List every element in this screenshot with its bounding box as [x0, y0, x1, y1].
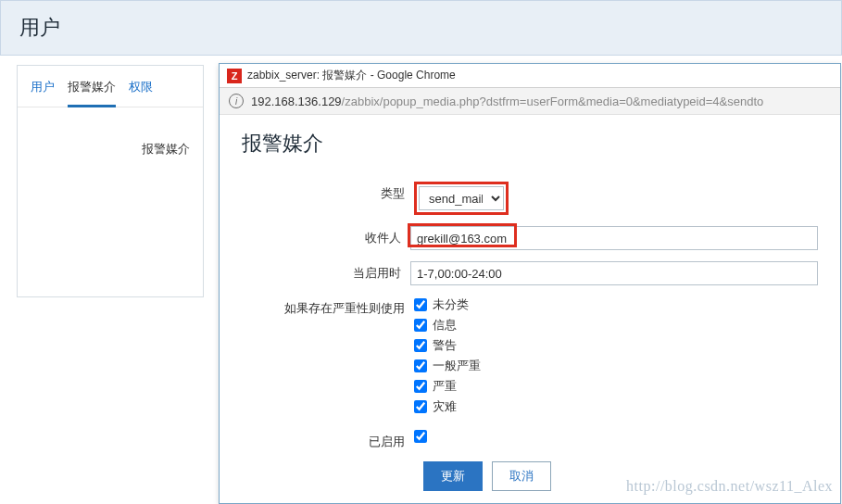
severity-item[interactable]: 未分类: [414, 296, 818, 313]
tab-media[interactable]: 报警媒介: [68, 75, 116, 107]
severity-item[interactable]: 信息: [414, 317, 818, 334]
url-host: 192.168.136.129: [251, 94, 342, 108]
severity-label: 如果存在严重性则使用: [242, 296, 414, 317]
row-when: 当启用时: [242, 261, 818, 285]
watermark: http://blog.csdn.net/wsz11_Alex: [626, 478, 833, 495]
tabs-box: 用户 报警媒介 权限 报警媒介: [17, 65, 204, 297]
row-recipient: 收件人: [242, 226, 818, 250]
zabbix-icon: Z: [227, 69, 242, 83]
recipient-label: 收件人: [242, 226, 410, 246]
severity-item[interactable]: 灾难: [414, 398, 818, 415]
severity-checkbox[interactable]: [414, 319, 427, 332]
popup-titlebar: Z zabbix_server: 报警媒介 - Google Chrome: [220, 64, 840, 88]
when-label: 当启用时: [242, 261, 410, 282]
tab-perm[interactable]: 权限: [129, 75, 153, 107]
row-type: 类型 send_mail: [242, 182, 818, 215]
cancel-button[interactable]: 取消: [492, 461, 551, 491]
popup-title: zabbix_server: 报警媒介 - Google Chrome: [247, 68, 456, 83]
row-severity: 如果存在严重性则使用 未分类 信息 警告 一般严重 严重 灾难: [242, 296, 818, 419]
url-path: /zabbix/popup_media.php?dstfrm=userForm&…: [342, 94, 764, 108]
update-button[interactable]: 更新: [423, 461, 483, 491]
enabled-checkbox[interactable]: [414, 430, 427, 443]
address-bar[interactable]: i 192.168.136.129/zabbix/popup_media.php…: [220, 88, 840, 115]
enabled-label: 已启用: [242, 430, 414, 450]
type-select[interactable]: send_mail: [419, 186, 504, 210]
page-title: 用户: [19, 14, 823, 42]
tabs-row: 用户 报警媒介 权限: [18, 66, 203, 107]
severity-item[interactable]: 一般严重: [414, 358, 818, 374]
severity-checkbox[interactable]: [414, 400, 427, 413]
severity-item[interactable]: 严重: [414, 378, 818, 395]
type-label: 类型: [242, 182, 414, 202]
url-text: 192.168.136.129/zabbix/popup_media.php?d…: [251, 94, 763, 108]
severity-checkbox[interactable]: [414, 339, 427, 352]
severity-item[interactable]: 警告: [414, 337, 818, 354]
severity-list: 未分类 信息 警告 一般严重 严重 灾难: [414, 296, 818, 419]
info-icon[interactable]: i: [229, 94, 244, 108]
popup-body: 报警媒介 类型 send_mail 收件人 当启用时: [220, 115, 840, 504]
severity-checkbox[interactable]: [414, 298, 427, 311]
tab-user[interactable]: 用户: [31, 75, 55, 107]
popup-window: Z zabbix_server: 报警媒介 - Google Chrome i …: [219, 63, 841, 504]
severity-checkbox[interactable]: [414, 359, 427, 372]
page-header: 用户: [0, 0, 842, 56]
row-enabled: 已启用: [242, 430, 818, 450]
when-input[interactable]: [410, 261, 818, 285]
popup-heading: 报警媒介: [242, 130, 818, 158]
sub-label: 报警媒介: [18, 107, 203, 296]
type-highlight: send_mail: [414, 182, 509, 215]
severity-checkbox[interactable]: [414, 380, 427, 393]
recipient-input[interactable]: [410, 226, 818, 250]
